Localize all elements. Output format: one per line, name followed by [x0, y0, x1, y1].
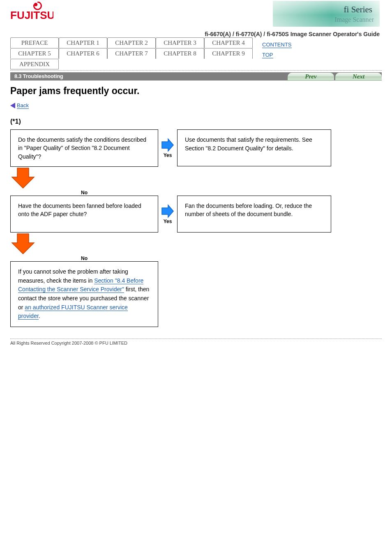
flow-box-a2: Fan the documents before loading. Or, re… — [177, 196, 331, 233]
svg-marker-2 — [162, 139, 173, 151]
tab-chapter-9[interactable]: CHAPTER 9 — [204, 48, 253, 59]
back-arrow-icon — [10, 103, 15, 108]
arrow-label-yes-1: Yes — [161, 152, 175, 158]
ref-link-provider[interactable]: an authorized FUJITSU Scanner service pr… — [18, 304, 128, 320]
header-side-links: CONTENTS TOP — [262, 37, 292, 60]
tab-chapter-1[interactable]: CHAPTER 1 — [59, 37, 107, 48]
tab-chapter-4[interactable]: CHAPTER 4 — [204, 37, 253, 48]
section-bar: 8.3 Troubleshooting Prev Next — [10, 72, 382, 81]
tab-chapter-2[interactable]: CHAPTER 2 — [107, 37, 156, 48]
flow-box-reference: If you cannot solve the problem after ta… — [10, 261, 158, 327]
flow-box-q1: Do the documents satisfy the conditions … — [10, 129, 158, 167]
flow-box-q2: Have the documents been fanned before lo… — [10, 196, 158, 233]
fi-series-brand-text: fi Series — [344, 5, 372, 15]
chapter-tabs: PREFACE CHAPTER 1 CHAPTER 2 CHAPTER 3 CH… — [10, 37, 255, 69]
section-bar-title: 8.3 Troubleshooting — [10, 74, 63, 79]
tab-chapter-8[interactable]: CHAPTER 8 — [156, 48, 204, 59]
copyright-text: All Rights Reserved Copyright 2007-2008 … — [0, 339, 392, 345]
svg-marker-4 — [162, 205, 173, 217]
top-link[interactable]: TOP — [262, 52, 273, 58]
page-heading: Paper jams frequently occur. — [10, 85, 382, 97]
prev-button[interactable]: Prev — [288, 73, 334, 81]
svg-marker-3 — [12, 168, 34, 188]
tab-chapter-5[interactable]: CHAPTER 5 — [10, 48, 59, 59]
manual-title: fi-6670(A) / fi-6770(A) / fi-6750S Image… — [205, 27, 380, 37]
fi-series-banner: fi Series Image Scanner — [273, 1, 380, 27]
tab-preface[interactable]: PREFACE — [10, 37, 59, 48]
fi-series-sub-text: Image Scanner — [334, 16, 374, 23]
arrow-right-icon: Yes — [161, 204, 175, 224]
arrow-label-no-1: No — [10, 190, 158, 196]
arrow-down-icon — [10, 233, 158, 256]
svg-text:FUJITSU: FUJITSU — [10, 9, 53, 21]
arrow-right-icon: Yes — [161, 138, 175, 158]
divider-dotted-top — [10, 70, 382, 71]
arrow-down-icon — [10, 167, 158, 190]
flow-box-a1: Use documents that satisfy the requireme… — [177, 129, 331, 166]
contents-link[interactable]: CONTENTS — [262, 41, 292, 48]
arrow-label-no-2: No — [10, 256, 158, 261]
fujitsu-logo: FUJITSU — [10, 0, 53, 22]
question-marker: (*1) — [10, 118, 382, 125]
back-link[interactable]: Back — [17, 102, 29, 109]
tab-chapter-6[interactable]: CHAPTER 6 — [59, 48, 107, 59]
tab-appendix[interactable]: APPENDIX — [10, 59, 59, 69]
tab-chapter-7[interactable]: CHAPTER 7 — [107, 48, 156, 59]
svg-point-0 — [34, 3, 38, 7]
tab-chapter-3[interactable]: CHAPTER 3 — [156, 37, 204, 48]
arrow-label-yes-2: Yes — [161, 219, 175, 224]
svg-marker-5 — [12, 234, 34, 254]
next-button[interactable]: Next — [335, 73, 382, 81]
